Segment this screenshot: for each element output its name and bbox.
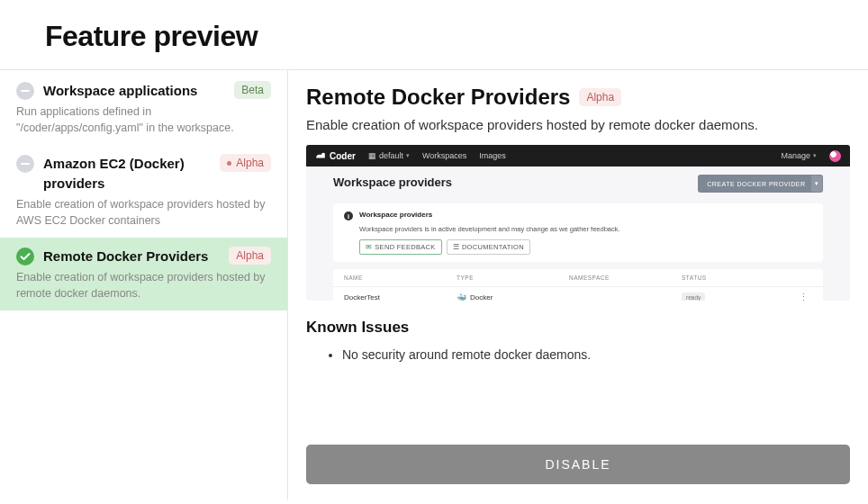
col-status: STATUS: [682, 274, 794, 281]
svg-point-4: [16, 248, 34, 266]
avatar: [829, 150, 841, 162]
sidebar-item-label: Workspace applications: [43, 81, 225, 101]
status-badge: Alpha: [229, 247, 271, 265]
table-row: DockerTest 🐳Docker ready ⋮: [333, 286, 823, 301]
sidebar-item-desc: Run applications defined in "/coder/apps…: [16, 104, 271, 136]
documentation-button: ☰ DOCUMENTATION: [447, 239, 530, 255]
minus-circle-icon: [16, 82, 34, 100]
docker-icon: 🐳: [457, 293, 466, 302]
col-type: TYPE: [457, 274, 569, 281]
main-panel: Remote Docker Providers Alpha Enable cre…: [288, 70, 868, 500]
send-feedback-button: ✉ SEND FEEDBACK: [359, 239, 442, 255]
nav-default: ▦ default ▾: [368, 151, 410, 160]
sidebar-item-desc: Enable creation of workspace providers h…: [16, 196, 271, 229]
nav-images: Images: [479, 151, 506, 160]
svg-rect-1: [21, 90, 30, 92]
nav-manage: Manage ▾: [781, 151, 817, 160]
sidebar-item-label: Amazon EC2 (Docker) providers: [43, 154, 211, 194]
feature-desc: Enable creation of workspace providers h…: [306, 117, 850, 132]
svg-rect-3: [21, 163, 30, 165]
check-circle-icon: [16, 248, 34, 266]
sidebar-item-workspace-applications[interactable]: Workspace applications Beta Run applicat…: [0, 72, 287, 145]
page-title: Feature preview: [45, 20, 823, 53]
disable-button[interactable]: DISABLE: [306, 445, 850, 484]
notice-body: Workspace providers is in active develop…: [359, 225, 620, 233]
sidebar-item-remote-docker[interactable]: Remote Docker Providers Alpha Enable cre…: [0, 238, 287, 310]
create-provider-button: CREATE DOCKER PROVIDER▾: [698, 175, 823, 193]
coder-logo: Coder: [315, 150, 356, 161]
status-badge: Alpha: [220, 154, 271, 172]
more-icon: ⋮: [794, 295, 812, 299]
known-issues-heading: Known Issues: [306, 319, 850, 337]
col-name: NAME: [344, 274, 457, 281]
row-name: DockerTest: [344, 293, 457, 301]
issue-item: No security around remote docker daemons…: [342, 347, 850, 362]
feature-sidebar: Workspace applications Beta Run applicat…: [0, 70, 288, 500]
feature-title: Remote Docker Providers: [306, 85, 570, 110]
sidebar-item-label: Remote Docker Providers: [43, 247, 220, 266]
notice-title: Workspace providers: [359, 211, 620, 219]
status-badge: Beta: [234, 81, 271, 99]
nav-workspaces: Workspaces: [422, 151, 466, 160]
status-badge: Alpha: [579, 88, 621, 106]
preview-screenshot: Coder ▦ default ▾ Workspaces Images Mana…: [306, 145, 850, 301]
minus-circle-icon: [16, 155, 34, 173]
row-type: Docker: [470, 293, 493, 301]
info-icon: i: [344, 212, 353, 220]
sidebar-item-ec2-docker[interactable]: Amazon EC2 (Docker) providers Alpha Enab…: [0, 145, 287, 238]
providers-table: NAME TYPE NAMESPACE STATUS DockerTest 🐳D…: [333, 269, 823, 301]
col-namespace: NAMESPACE: [569, 274, 682, 281]
row-status: ready: [682, 292, 705, 301]
sidebar-item-desc: Enable creation of workspace providers h…: [16, 269, 271, 302]
